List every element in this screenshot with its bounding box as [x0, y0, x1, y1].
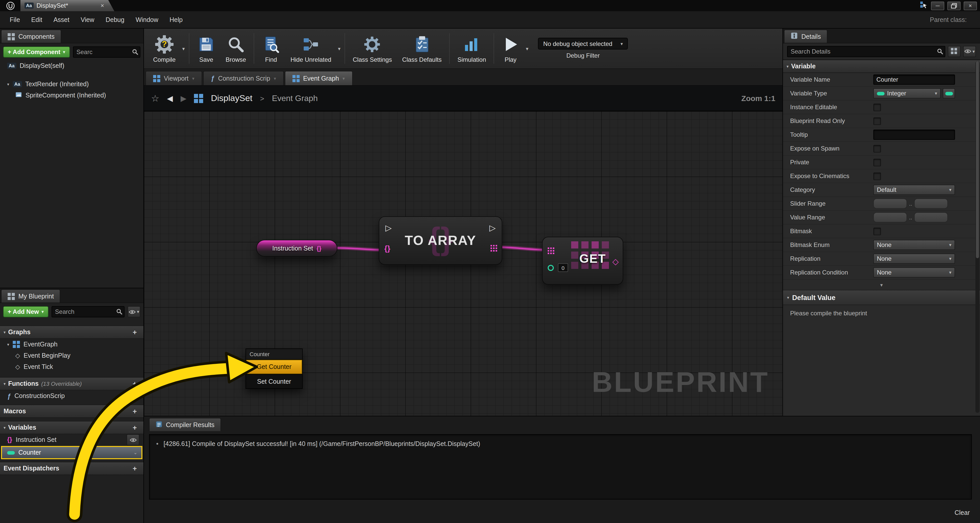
variable-instruction-row[interactable]: {} Instruction Set: [0, 434, 143, 445]
menu-debug[interactable]: Debug: [100, 16, 130, 23]
add-dispatcher-button[interactable]: +: [130, 464, 140, 472]
event-graph-canvas[interactable]: Instruction Set {} {} TO ARRAY ▷ ▷ {}: [144, 111, 783, 416]
instance-editable-checkbox[interactable]: [873, 103, 881, 111]
value-range-min-input[interactable]: [873, 212, 907, 223]
array-output-pin[interactable]: {}: [317, 245, 321, 252]
index-value-box[interactable]: 0: [558, 263, 568, 272]
construction-script-row[interactable]: ƒ ConstructionScrip: [0, 390, 143, 402]
class-settings-button[interactable]: Class Settings: [348, 33, 397, 64]
menu-help[interactable]: Help: [164, 16, 188, 23]
exec-input-pin[interactable]: ▷: [385, 223, 392, 233]
default-value-section-header[interactable]: ▾ Default Value: [783, 290, 980, 305]
display-filter-button[interactable]: ▾: [963, 46, 976, 57]
array-output-pin[interactable]: [490, 245, 497, 251]
compile-button[interactable]: ? Compile: [148, 33, 181, 64]
details-search-input[interactable]: [787, 46, 945, 57]
restore-button[interactable]: [947, 1, 961, 10]
scrollbar-thumb[interactable]: [976, 61, 979, 258]
slider-range-max-input[interactable]: [914, 199, 948, 209]
variables-section-header[interactable]: ▾ Variables +: [0, 421, 143, 434]
context-menu-set-counter[interactable]: Set Counter: [246, 374, 302, 388]
nav-forward-icon[interactable]: ▶: [180, 94, 186, 103]
save-button[interactable]: Save: [192, 33, 221, 64]
exec-output-pin[interactable]: ▷: [489, 223, 496, 233]
bitmask-enum-dropdown[interactable]: None ▾: [873, 240, 955, 250]
tab-viewport[interactable]: Viewport ▾: [145, 71, 202, 85]
my-blueprint-search-input[interactable]: [52, 306, 124, 317]
container-type-button[interactable]: [943, 88, 955, 99]
set-input-pin[interactable]: {}: [384, 244, 390, 253]
tooltip-input[interactable]: [873, 130, 955, 140]
details-panel-tab[interactable]: Details: [784, 30, 827, 43]
advanced-expander[interactable]: ▾: [783, 280, 980, 290]
replication-dropdown[interactable]: None ▾: [873, 254, 955, 264]
private-checkbox[interactable]: [873, 159, 881, 166]
value-range-max-input[interactable]: [914, 212, 948, 223]
compiler-results-tab[interactable]: Compiler Results: [149, 418, 221, 431]
variable-section-header[interactable]: ▾ Variable: [783, 60, 980, 73]
functions-section-header[interactable]: ▾ Functions (13 Overridable) +: [0, 377, 143, 390]
menu-edit[interactable]: Edit: [25, 16, 48, 23]
expose-to-cinematics-checkbox[interactable]: [873, 172, 881, 180]
add-variable-button[interactable]: +: [130, 423, 140, 432]
tab-close-icon[interactable]: ×: [100, 3, 104, 9]
simulation-button[interactable]: Simulation: [452, 33, 491, 64]
eventgraph-row[interactable]: ▾ EventGraph: [0, 339, 143, 350]
replication-condition-dropdown[interactable]: None ▾: [873, 267, 955, 278]
event-tick-row[interactable]: ◇ Event Tick: [0, 361, 143, 372]
event-dispatchers-section-header[interactable]: Event Dispatchers +: [0, 462, 143, 475]
document-tab[interactable]: Aa DisplaySet* ×: [21, 0, 115, 11]
class-defaults-button[interactable]: Class Defaults: [397, 33, 447, 64]
favorite-star-icon[interactable]: ☆: [151, 92, 159, 104]
variable-visibility-button[interactable]: [127, 434, 139, 445]
hide-unrelated-button[interactable]: Hide Unrelated: [285, 33, 336, 64]
index-input-pin[interactable]: [548, 265, 554, 271]
add-new-button[interactable]: + Add New ▾: [3, 306, 48, 317]
tab-construction-script[interactable]: ƒ Construction Scrip ▾: [203, 71, 284, 85]
details-scrollbar[interactable]: [975, 61, 980, 413]
macros-section-header[interactable]: Macros +: [0, 405, 143, 418]
clear-button[interactable]: Clear: [955, 509, 970, 517]
expose-on-spawn-checkbox[interactable]: [873, 145, 881, 152]
expander-icon[interactable]: ▾: [7, 342, 9, 347]
element-output-pin[interactable]: ◇: [612, 257, 619, 266]
menu-window[interactable]: Window: [130, 16, 164, 23]
expander-icon[interactable]: ▾: [3, 382, 6, 386]
component-textrender-row[interactable]: ▾ Aa TextRender (Inherited): [0, 79, 143, 90]
compile-options-caret[interactable]: ▾: [181, 46, 186, 51]
event-beginplay-row[interactable]: ◇ Event BeginPlay: [0, 350, 143, 361]
visibility-filter-button[interactable]: ▾: [127, 306, 140, 317]
node-array-get[interactable]: GET 0 ◇: [542, 237, 623, 285]
expander-icon[interactable]: ▾: [7, 82, 9, 86]
tab-event-graph[interactable]: Event Graph ▾: [285, 71, 352, 85]
blueprint-read-only-checkbox[interactable]: [873, 117, 881, 125]
variable-name-input[interactable]: [873, 75, 955, 85]
breadcrumb-root[interactable]: DisplaySet: [211, 93, 252, 103]
variable-type-dropdown[interactable]: Integer ▾: [873, 88, 941, 99]
expander-icon[interactable]: ▾: [3, 425, 6, 430]
slider-range-min-input[interactable]: [873, 199, 907, 209]
variable-counter-row-selected[interactable]: Counter ⌄: [1, 446, 142, 459]
add-function-button[interactable]: +: [130, 380, 140, 388]
components-panel-tab[interactable]: Components: [1, 30, 61, 43]
property-matrix-button[interactable]: [948, 46, 961, 57]
find-button[interactable]: Find: [257, 33, 285, 64]
add-macro-button[interactable]: +: [130, 407, 140, 415]
chevron-down-icon[interactable]: ⌄: [134, 450, 137, 455]
context-menu-get-counter[interactable]: Get Counter: [246, 360, 302, 374]
bitmask-checkbox[interactable]: [873, 227, 881, 235]
node-instruction-set-getter[interactable]: Instruction Set {}: [256, 240, 337, 257]
expander-icon[interactable]: ▾: [787, 295, 789, 300]
debug-object-dropdown[interactable]: No debug object selected ▾: [538, 38, 628, 49]
menu-view[interactable]: View: [75, 16, 100, 23]
play-button[interactable]: Play: [497, 33, 525, 64]
my-blueprint-panel-tab[interactable]: My Blueprint: [1, 289, 60, 302]
components-search-input[interactable]: [73, 46, 141, 58]
category-dropdown[interactable]: Default ▾: [873, 185, 955, 195]
hide-unrelated-options-caret[interactable]: ▾: [336, 46, 342, 51]
component-self-row[interactable]: Aa DisplaySet(self): [0, 60, 143, 72]
menu-asset[interactable]: Asset: [48, 16, 75, 23]
node-to-array[interactable]: {} TO ARRAY ▷ ▷ {}: [379, 216, 502, 265]
nav-back-icon[interactable]: ◀: [167, 94, 173, 103]
minimize-button[interactable]: ─: [931, 1, 944, 10]
